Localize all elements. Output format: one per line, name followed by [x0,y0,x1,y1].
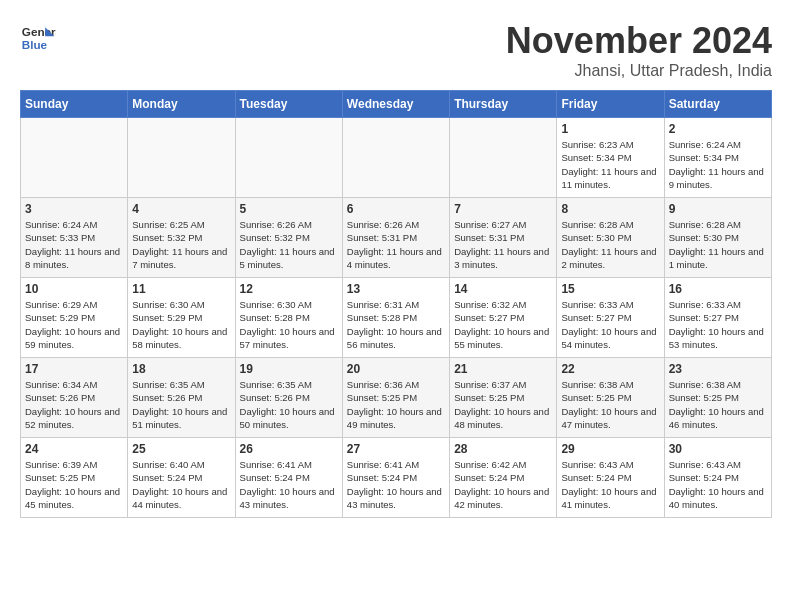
calendar-cell: 16Sunrise: 6:33 AM Sunset: 5:27 PM Dayli… [664,278,771,358]
col-header-monday: Monday [128,91,235,118]
col-header-wednesday: Wednesday [342,91,449,118]
day-number: 16 [669,282,767,296]
day-info: Sunrise: 6:30 AM Sunset: 5:28 PM Dayligh… [240,298,338,351]
calendar-cell: 7Sunrise: 6:27 AM Sunset: 5:31 PM Daylig… [450,198,557,278]
calendar-cell: 20Sunrise: 6:36 AM Sunset: 5:25 PM Dayli… [342,358,449,438]
day-info: Sunrise: 6:32 AM Sunset: 5:27 PM Dayligh… [454,298,552,351]
calendar-cell: 13Sunrise: 6:31 AM Sunset: 5:28 PM Dayli… [342,278,449,358]
calendar-cell [235,118,342,198]
day-number: 28 [454,442,552,456]
calendar-header-row: SundayMondayTuesdayWednesdayThursdayFrid… [21,91,772,118]
calendar-cell: 19Sunrise: 6:35 AM Sunset: 5:26 PM Dayli… [235,358,342,438]
svg-text:Blue: Blue [22,38,48,51]
calendar-table: SundayMondayTuesdayWednesdayThursdayFrid… [20,90,772,518]
day-info: Sunrise: 6:24 AM Sunset: 5:34 PM Dayligh… [669,138,767,191]
calendar-cell: 6Sunrise: 6:26 AM Sunset: 5:31 PM Daylig… [342,198,449,278]
day-info: Sunrise: 6:23 AM Sunset: 5:34 PM Dayligh… [561,138,659,191]
day-info: Sunrise: 6:29 AM Sunset: 5:29 PM Dayligh… [25,298,123,351]
day-info: Sunrise: 6:39 AM Sunset: 5:25 PM Dayligh… [25,458,123,511]
calendar-cell: 28Sunrise: 6:42 AM Sunset: 5:24 PM Dayli… [450,438,557,518]
calendar-cell: 3Sunrise: 6:24 AM Sunset: 5:33 PM Daylig… [21,198,128,278]
day-info: Sunrise: 6:38 AM Sunset: 5:25 PM Dayligh… [561,378,659,431]
calendar-week-0: 1Sunrise: 6:23 AM Sunset: 5:34 PM Daylig… [21,118,772,198]
col-header-saturday: Saturday [664,91,771,118]
day-info: Sunrise: 6:33 AM Sunset: 5:27 PM Dayligh… [669,298,767,351]
day-info: Sunrise: 6:35 AM Sunset: 5:26 PM Dayligh… [132,378,230,431]
day-info: Sunrise: 6:27 AM Sunset: 5:31 PM Dayligh… [454,218,552,271]
day-info: Sunrise: 6:42 AM Sunset: 5:24 PM Dayligh… [454,458,552,511]
title-block: November 2024 Jhansi, Uttar Pradesh, Ind… [506,20,772,80]
col-header-sunday: Sunday [21,91,128,118]
calendar-cell: 5Sunrise: 6:26 AM Sunset: 5:32 PM Daylig… [235,198,342,278]
day-info: Sunrise: 6:36 AM Sunset: 5:25 PM Dayligh… [347,378,445,431]
day-number: 24 [25,442,123,456]
day-info: Sunrise: 6:31 AM Sunset: 5:28 PM Dayligh… [347,298,445,351]
day-number: 23 [669,362,767,376]
calendar-cell: 15Sunrise: 6:33 AM Sunset: 5:27 PM Dayli… [557,278,664,358]
col-header-friday: Friday [557,91,664,118]
calendar-cell [450,118,557,198]
calendar-week-4: 24Sunrise: 6:39 AM Sunset: 5:25 PM Dayli… [21,438,772,518]
day-number: 27 [347,442,445,456]
location-subtitle: Jhansi, Uttar Pradesh, India [506,62,772,80]
logo: General Blue [20,20,56,56]
day-number: 1 [561,122,659,136]
day-number: 10 [25,282,123,296]
day-info: Sunrise: 6:24 AM Sunset: 5:33 PM Dayligh… [25,218,123,271]
day-info: Sunrise: 6:40 AM Sunset: 5:24 PM Dayligh… [132,458,230,511]
calendar-cell: 2Sunrise: 6:24 AM Sunset: 5:34 PM Daylig… [664,118,771,198]
calendar-cell: 21Sunrise: 6:37 AM Sunset: 5:25 PM Dayli… [450,358,557,438]
calendar-cell: 22Sunrise: 6:38 AM Sunset: 5:25 PM Dayli… [557,358,664,438]
calendar-week-1: 3Sunrise: 6:24 AM Sunset: 5:33 PM Daylig… [21,198,772,278]
day-number: 12 [240,282,338,296]
calendar-cell: 11Sunrise: 6:30 AM Sunset: 5:29 PM Dayli… [128,278,235,358]
day-number: 11 [132,282,230,296]
day-number: 9 [669,202,767,216]
day-number: 5 [240,202,338,216]
day-info: Sunrise: 6:43 AM Sunset: 5:24 PM Dayligh… [561,458,659,511]
day-number: 3 [25,202,123,216]
day-info: Sunrise: 6:41 AM Sunset: 5:24 PM Dayligh… [240,458,338,511]
day-info: Sunrise: 6:33 AM Sunset: 5:27 PM Dayligh… [561,298,659,351]
day-number: 17 [25,362,123,376]
day-number: 15 [561,282,659,296]
calendar-cell: 27Sunrise: 6:41 AM Sunset: 5:24 PM Dayli… [342,438,449,518]
calendar-week-2: 10Sunrise: 6:29 AM Sunset: 5:29 PM Dayli… [21,278,772,358]
calendar-cell: 1Sunrise: 6:23 AM Sunset: 5:34 PM Daylig… [557,118,664,198]
day-info: Sunrise: 6:38 AM Sunset: 5:25 PM Dayligh… [669,378,767,431]
day-info: Sunrise: 6:26 AM Sunset: 5:32 PM Dayligh… [240,218,338,271]
calendar-cell: 25Sunrise: 6:40 AM Sunset: 5:24 PM Dayli… [128,438,235,518]
calendar-cell: 12Sunrise: 6:30 AM Sunset: 5:28 PM Dayli… [235,278,342,358]
day-number: 13 [347,282,445,296]
logo-icon: General Blue [20,20,56,56]
day-number: 20 [347,362,445,376]
day-info: Sunrise: 6:43 AM Sunset: 5:24 PM Dayligh… [669,458,767,511]
day-info: Sunrise: 6:25 AM Sunset: 5:32 PM Dayligh… [132,218,230,271]
day-number: 19 [240,362,338,376]
calendar-cell: 30Sunrise: 6:43 AM Sunset: 5:24 PM Dayli… [664,438,771,518]
day-info: Sunrise: 6:35 AM Sunset: 5:26 PM Dayligh… [240,378,338,431]
col-header-tuesday: Tuesday [235,91,342,118]
day-number: 25 [132,442,230,456]
day-number: 26 [240,442,338,456]
calendar-cell: 14Sunrise: 6:32 AM Sunset: 5:27 PM Dayli… [450,278,557,358]
day-info: Sunrise: 6:34 AM Sunset: 5:26 PM Dayligh… [25,378,123,431]
calendar-cell [342,118,449,198]
calendar-cell [128,118,235,198]
day-number: 30 [669,442,767,456]
day-info: Sunrise: 6:26 AM Sunset: 5:31 PM Dayligh… [347,218,445,271]
svg-text:General: General [22,25,56,38]
day-number: 7 [454,202,552,216]
day-number: 2 [669,122,767,136]
calendar-cell: 26Sunrise: 6:41 AM Sunset: 5:24 PM Dayli… [235,438,342,518]
calendar-body: 1Sunrise: 6:23 AM Sunset: 5:34 PM Daylig… [21,118,772,518]
day-info: Sunrise: 6:28 AM Sunset: 5:30 PM Dayligh… [561,218,659,271]
calendar-cell: 10Sunrise: 6:29 AM Sunset: 5:29 PM Dayli… [21,278,128,358]
day-number: 4 [132,202,230,216]
day-number: 18 [132,362,230,376]
day-info: Sunrise: 6:28 AM Sunset: 5:30 PM Dayligh… [669,218,767,271]
day-info: Sunrise: 6:30 AM Sunset: 5:29 PM Dayligh… [132,298,230,351]
day-number: 22 [561,362,659,376]
day-info: Sunrise: 6:41 AM Sunset: 5:24 PM Dayligh… [347,458,445,511]
col-header-thursday: Thursday [450,91,557,118]
